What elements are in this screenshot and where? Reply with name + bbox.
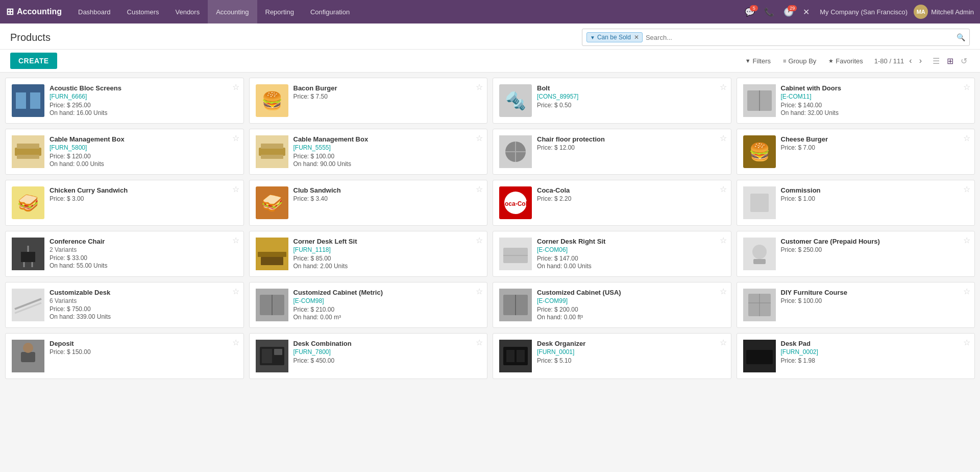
- nav-accounting[interactable]: Accounting: [208, 0, 257, 23]
- product-image: [743, 289, 776, 321]
- product-card[interactable]: Deposit Price: $ 150.00 ☆: [5, 333, 244, 379]
- product-ref: [E-COM99]: [537, 297, 725, 304]
- product-card[interactable]: Acoustic Bloc Screens [FURN_6666] Price:…: [5, 78, 244, 124]
- star-button[interactable]: ☆: [232, 184, 239, 194]
- star-button[interactable]: ☆: [476, 133, 483, 143]
- product-price: Price: $ 33.00: [50, 254, 237, 262]
- star-button[interactable]: ☆: [232, 133, 239, 143]
- search-input[interactable]: [646, 34, 953, 41]
- product-card[interactable]: Customer Care (Prepaid Hours) Price: $ 2…: [737, 231, 975, 277]
- star-button[interactable]: ☆: [963, 133, 970, 143]
- product-onhand: On hand: 0.00 Units: [537, 263, 725, 270]
- star-button[interactable]: ☆: [232, 82, 239, 92]
- nav-reporting[interactable]: Reporting: [257, 0, 302, 23]
- phone-icon-btn[interactable]: 📞: [761, 5, 777, 19]
- view-toggle: ☰ ⊞ ↺: [930, 55, 970, 67]
- star-button[interactable]: ☆: [720, 235, 727, 245]
- product-info: Desk Pad [FURN_0002] Price: $ 1.98: [781, 340, 969, 365]
- search-icon[interactable]: 🔍: [957, 33, 965, 41]
- user-menu[interactable]: MA Mitchell Admin: [914, 5, 974, 19]
- product-card[interactable]: Customized Cabinet (Metric) [E-COM98] Pr…: [249, 282, 488, 328]
- svg-rect-62: [746, 350, 773, 364]
- product-card[interactable]: Corner Desk Left Sit [FURN_1118] Price: …: [249, 231, 488, 277]
- star-button[interactable]: ☆: [476, 82, 483, 92]
- chat-icon-btn[interactable]: 💬 5: [742, 5, 758, 19]
- product-image: [499, 238, 532, 270]
- page-content: Products ▼ Can be Sold ✕ 🔍 CREATE ▼ Filt…: [0, 23, 980, 384]
- star-button[interactable]: ☆: [963, 287, 970, 296]
- product-card[interactable]: DIY Furniture Course Price: $ 100.00 ☆: [737, 282, 975, 328]
- star-button[interactable]: ☆: [963, 184, 970, 194]
- product-card[interactable]: Cabinet with Doors [E-COM11] Price: $ 14…: [737, 78, 975, 124]
- product-info: Corner Desk Right Sit [E-COM06] Price: $…: [537, 238, 725, 270]
- clock-icon-btn[interactable]: 🕐 29: [780, 5, 797, 19]
- product-card[interactable]: Customizable Desk 6 Variants Price: $ 75…: [5, 282, 244, 328]
- nav-configuration[interactable]: Configuration: [302, 0, 358, 23]
- product-onhand: On hand: 2.00 Units: [293, 263, 481, 270]
- filter-tag[interactable]: ▼ Can be Sold ✕: [586, 32, 643, 42]
- nav-vendors[interactable]: Vendors: [167, 0, 208, 23]
- star-button[interactable]: ☆: [476, 287, 483, 296]
- product-onhand: On hand: 0.00 ft³: [537, 314, 725, 321]
- close-icon-btn[interactable]: ✕: [800, 5, 813, 19]
- groupby-label: Group By: [788, 57, 816, 65]
- product-card[interactable]: Coca-Cola Coca-Cola Price: $ 2.20 ☆: [493, 180, 731, 226]
- star-button[interactable]: ☆: [232, 235, 239, 245]
- product-card[interactable]: 🥪 Club Sandwich Price: $ 3.40 ☆: [249, 180, 488, 226]
- product-card[interactable]: Desk Combination [FURN_7800] Price: $ 45…: [249, 333, 488, 379]
- grid-view-button[interactable]: ⊞: [944, 55, 956, 67]
- star-button[interactable]: ☆: [720, 287, 727, 296]
- product-info: DIY Furniture Course Price: $ 100.00: [781, 289, 969, 305]
- star-button[interactable]: ☆: [720, 133, 727, 143]
- star-button[interactable]: ☆: [963, 82, 970, 92]
- product-onhand: On hand: 16.00 Units: [50, 109, 237, 116]
- star-button[interactable]: ☆: [476, 338, 483, 347]
- next-page-button[interactable]: ›: [917, 55, 924, 66]
- product-card[interactable]: Cable Management Box [FURN_5800] Price: …: [5, 129, 244, 175]
- prev-page-button[interactable]: ‹: [907, 55, 914, 66]
- star-button[interactable]: ☆: [720, 82, 727, 92]
- product-card[interactable]: Commission Price: $ 1.00 ☆: [737, 180, 975, 226]
- product-ref: [FURN_5555]: [293, 144, 481, 151]
- star-button[interactable]: ☆: [476, 184, 483, 194]
- star-button[interactable]: ☆: [720, 184, 727, 194]
- filter-remove-icon[interactable]: ✕: [634, 34, 639, 41]
- product-card[interactable]: Corner Desk Right Sit [E-COM06] Price: $…: [493, 231, 731, 277]
- product-card[interactable]: 🍔 Cheese Burger Price: $ 7.00 ☆: [737, 129, 975, 175]
- nav-customers[interactable]: Customers: [119, 0, 167, 23]
- refresh-button[interactable]: ↺: [958, 55, 970, 67]
- star-button[interactable]: ☆: [963, 235, 970, 245]
- star-button[interactable]: ☆: [720, 338, 727, 347]
- star-button[interactable]: ☆: [963, 338, 970, 347]
- star-button[interactable]: ☆: [232, 338, 239, 347]
- product-card[interactable]: Customized Cabinet (USA) [E-COM99] Price…: [493, 282, 731, 328]
- product-price: Price: $ 100.00: [781, 297, 969, 304]
- app-logo[interactable]: ⊞ Accounting: [6, 6, 62, 17]
- product-image: [743, 186, 776, 219]
- product-price: Price: $ 2.20: [537, 195, 725, 202]
- product-card[interactable]: Conference Chair 2 Variants Price: $ 33.…: [5, 231, 244, 277]
- product-price: Price: $ 200.00: [537, 306, 725, 313]
- svg-rect-22: [750, 194, 769, 212]
- product-image: [12, 135, 44, 168]
- favorites-button[interactable]: ★ Favorites: [823, 55, 868, 67]
- nav-dashboard[interactable]: Dashboard: [70, 0, 119, 23]
- filters-button[interactable]: ▼ Filters: [740, 55, 776, 67]
- star-button[interactable]: ☆: [476, 235, 483, 245]
- product-card[interactable]: 🍔 Bacon Burger Price: $ 7.50 ☆: [249, 78, 488, 124]
- product-card[interactable]: 🔩 Bolt [CONS_89957] Price: $ 0.50 ☆: [493, 78, 731, 124]
- product-card[interactable]: Cable Management Box [FURN_5555] Price: …: [249, 129, 488, 175]
- star-button[interactable]: ☆: [232, 287, 239, 296]
- product-info: Customizable Desk 6 Variants Price: $ 75…: [50, 289, 237, 320]
- list-view-button[interactable]: ☰: [930, 55, 942, 67]
- product-name: Desk Pad: [781, 340, 969, 347]
- create-button[interactable]: CREATE: [10, 53, 57, 69]
- svg-rect-56: [274, 349, 282, 355]
- product-card[interactable]: Chair floor protection Price: $ 12.00 ☆: [493, 129, 731, 175]
- product-card[interactable]: 🥪 Chicken Curry Sandwich Price: $ 3.00 ☆: [5, 180, 244, 226]
- product-image: [499, 135, 532, 168]
- product-card[interactable]: Desk Pad [FURN_0002] Price: $ 1.98 ☆: [737, 333, 975, 379]
- product-card[interactable]: Desk Organizer [FURN_0001] Price: $ 5.10…: [493, 333, 731, 379]
- groupby-button[interactable]: ≡ Group By: [778, 55, 821, 67]
- product-name: Customized Cabinet (USA): [537, 289, 725, 296]
